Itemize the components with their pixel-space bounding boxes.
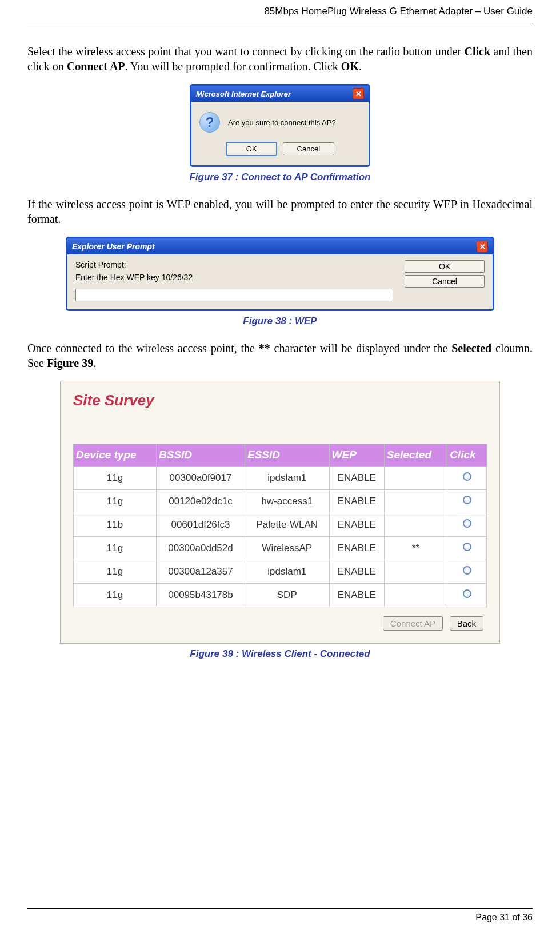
th-device-type: Device type	[74, 444, 157, 466]
select-radio[interactable]	[463, 519, 471, 528]
p3-t2: character will be displayed under the	[270, 342, 451, 354]
cell-click	[447, 584, 487, 607]
wep-line2: Enter the Hex WEP key 10/26/32	[75, 273, 393, 282]
cell-wep: ENABLE	[329, 584, 384, 607]
figure-39-caption: Figure 39 : Wireless Client - Connected	[27, 648, 533, 660]
p3-b1: **	[259, 342, 270, 354]
confirm-dialog: Microsoft Internet Explorer ✕ ? Are you …	[190, 84, 370, 167]
cell-bssid: 00300a0f9017	[157, 466, 245, 490]
cell-essid: Palette-WLAN	[245, 513, 329, 537]
page-number: Page 31 of 36	[27, 912, 533, 923]
wep-titlebar: Explorer User Prompt ✕	[67, 238, 493, 254]
header-rule	[27, 23, 533, 23]
cancel-button[interactable]: Cancel	[405, 275, 485, 288]
p1-b1: Click	[465, 45, 491, 58]
confirm-title: Microsoft Internet Explorer	[196, 90, 291, 98]
footer-rule	[27, 908, 533, 909]
cell-device: 11g	[74, 537, 157, 560]
cell-click	[447, 537, 487, 560]
cell-essid: ipdslam1	[245, 560, 329, 584]
select-radio[interactable]	[463, 566, 471, 575]
select-radio[interactable]	[463, 589, 471, 598]
cell-device: 11g	[74, 466, 157, 490]
question-icon: ?	[199, 112, 220, 133]
table-row: 11b00601df26fc3Palette-WLANENABLE	[74, 513, 487, 537]
cell-wep: ENABLE	[329, 513, 384, 537]
figure-38-caption: Figure 38 : WEP	[27, 316, 533, 327]
wep-input[interactable]	[75, 289, 393, 301]
table-row: 11g00120e02dc1chw-access1ENABLE	[74, 490, 487, 513]
table-row: 11g00095b43178bSDPENABLE	[74, 584, 487, 607]
p1-t4: .	[359, 60, 362, 73]
cell-essid: hw-access1	[245, 490, 329, 513]
cell-essid: SDP	[245, 584, 329, 607]
th-wep: WEP	[329, 444, 384, 466]
cell-selected	[384, 584, 447, 607]
p1-b2: Connect AP	[67, 60, 125, 73]
back-button[interactable]: Back	[450, 616, 483, 631]
cell-essid: WirelessAP	[245, 537, 329, 560]
cell-bssid: 00120e02dc1c	[157, 490, 245, 513]
cell-bssid: 00300a0dd52d	[157, 537, 245, 560]
p3-b3: Figure 39	[47, 357, 93, 369]
site-survey-title: Site Survey	[73, 392, 487, 409]
site-survey-table: Device type BSSID ESSID WEP Selected Cli…	[73, 444, 487, 607]
p3-b2: Selected	[451, 342, 491, 354]
cell-selected	[384, 466, 447, 490]
confirm-message: Are you sure to connect this AP?	[228, 118, 336, 127]
th-essid: ESSID	[245, 444, 329, 466]
th-bssid: BSSID	[157, 444, 245, 466]
cell-bssid: 00300a12a357	[157, 560, 245, 584]
cell-selected	[384, 490, 447, 513]
cell-device: 11g	[74, 490, 157, 513]
cell-click	[447, 490, 487, 513]
cell-bssid: 00601df26fc3	[157, 513, 245, 537]
site-survey-panel: Site Survey Device type BSSID ESSID WEP …	[60, 381, 500, 644]
p3-t1: Once connected to the wireless access po…	[27, 342, 259, 354]
cell-wep: ENABLE	[329, 560, 384, 584]
cell-click	[447, 560, 487, 584]
ok-button[interactable]: OK	[226, 142, 277, 156]
paragraph-2: If the wireless access point is WEP enab…	[27, 197, 533, 226]
table-row: 11g00300a0f9017ipdslam1ENABLE	[74, 466, 487, 490]
page-header: 85Mbps HomePlug Wireless G Ethernet Adap…	[27, 6, 533, 23]
p1-t1: Select the wireless access point that yo…	[27, 45, 465, 58]
p1-t3: . You will be prompted for confirmation.…	[125, 60, 341, 73]
cell-selected: **	[384, 537, 447, 560]
cell-selected	[384, 560, 447, 584]
wep-prompt-dialog: Explorer User Prompt ✕ Script Prompt: En…	[66, 237, 494, 311]
select-radio[interactable]	[463, 496, 471, 504]
table-row: 11g00300a12a357ipdslam1ENABLE	[74, 560, 487, 584]
cell-wep: ENABLE	[329, 490, 384, 513]
paragraph-3: Once connected to the wireless access po…	[27, 341, 533, 370]
cell-bssid: 00095b43178b	[157, 584, 245, 607]
cell-click	[447, 466, 487, 490]
wep-title: Explorer User Prompt	[72, 242, 155, 251]
select-radio[interactable]	[463, 472, 471, 481]
close-icon[interactable]: ✕	[353, 88, 364, 99]
page-footer: Page 31 of 36	[27, 908, 533, 923]
close-icon[interactable]: ✕	[477, 241, 488, 252]
cell-device: 11g	[74, 560, 157, 584]
cell-click	[447, 513, 487, 537]
confirm-titlebar: Microsoft Internet Explorer ✕	[191, 86, 369, 102]
connect-ap-button[interactable]: Connect AP	[383, 616, 443, 631]
cell-device: 11b	[74, 513, 157, 537]
cell-wep: ENABLE	[329, 466, 384, 490]
paragraph-1: Select the wireless access point that yo…	[27, 44, 533, 74]
cell-essid: ipdslam1	[245, 466, 329, 490]
cell-device: 11g	[74, 584, 157, 607]
wep-line1: Script Prompt:	[75, 260, 393, 269]
ok-button[interactable]: OK	[405, 260, 485, 273]
p3-t4: .	[93, 357, 96, 369]
th-selected: Selected	[384, 444, 447, 466]
select-radio[interactable]	[463, 543, 471, 551]
p1-b3: OK	[341, 60, 359, 73]
cell-selected	[384, 513, 447, 537]
cell-wep: ENABLE	[329, 537, 384, 560]
figure-37-caption: Figure 37 : Connect to AP Confirmation	[27, 172, 533, 183]
table-row: 11g00300a0dd52dWirelessAPENABLE**	[74, 537, 487, 560]
cancel-button[interactable]: Cancel	[283, 142, 334, 156]
th-click: Click	[447, 444, 487, 466]
